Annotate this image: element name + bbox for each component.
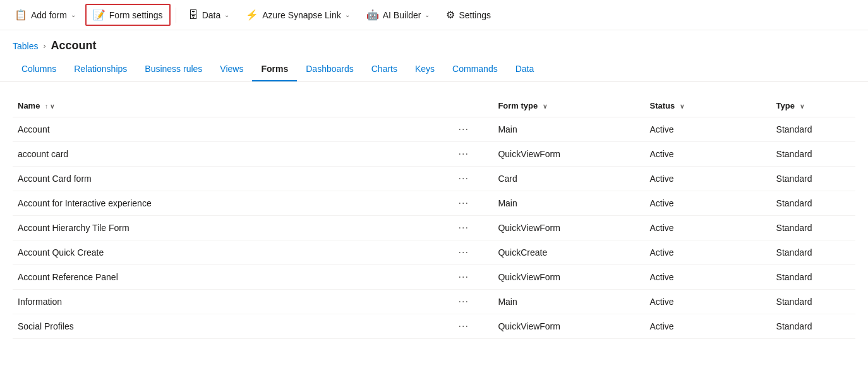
nav-tab-relationships[interactable]: Relationships	[65, 57, 136, 81]
row-menu-dots[interactable]: ···	[459, 296, 469, 307]
cell-type: Standard	[771, 117, 855, 142]
col-header-formtype[interactable]: Form type ∨	[493, 95, 644, 117]
chevron-icon: ⌄	[345, 11, 350, 18]
cell-status: Active	[645, 216, 771, 240]
cell-menu[interactable]: ···	[434, 142, 493, 167]
cell-menu[interactable]: ···	[434, 314, 493, 339]
table-row: Account Card form ··· Card Active Standa…	[13, 167, 855, 191]
nav-tab-charts[interactable]: Charts	[363, 57, 406, 81]
cell-formtype: QuickViewForm	[493, 265, 644, 290]
col-header-name[interactable]: Name ↑ ∨	[13, 95, 434, 117]
data-icon: 🗄	[188, 9, 198, 21]
cell-menu[interactable]: ···	[434, 290, 493, 314]
col-header-menu	[434, 95, 493, 117]
cell-status: Active	[645, 290, 771, 314]
cell-type: Standard	[771, 142, 855, 167]
azure-synapse-button[interactable]: ⚡Azure Synapse Link⌄	[239, 4, 357, 25]
nav-tab-dashboards[interactable]: Dashboards	[297, 57, 363, 81]
form-settings-icon: 📝	[93, 9, 105, 21]
cell-name: Account Reference Panel	[13, 265, 434, 290]
nav-tab-views[interactable]: Views	[211, 57, 252, 81]
cell-type: Standard	[771, 216, 855, 240]
cell-menu[interactable]: ···	[434, 265, 493, 290]
cell-formtype: QuickViewForm	[493, 216, 644, 240]
col-header-type[interactable]: Type ∨	[771, 95, 855, 117]
ai-builder-icon: 🤖	[366, 9, 379, 21]
col-header-status[interactable]: Status ∨	[645, 95, 771, 117]
breadcrumb-separator: ›	[43, 42, 45, 50]
cell-name: Account Hierarchy Tile Form	[13, 216, 434, 240]
cell-status: Active	[645, 314, 771, 339]
cell-type: Standard	[771, 191, 855, 216]
forms-table: Name ↑ ∨ Form type ∨ Status ∨ Type ∨ Acc…	[13, 95, 855, 339]
cell-formtype: Main	[493, 290, 644, 314]
cell-status: Active	[645, 265, 771, 290]
cell-menu[interactable]: ···	[434, 216, 493, 240]
settings-button[interactable]: ⚙Settings	[439, 4, 498, 25]
cell-formtype: QuickViewForm	[493, 314, 644, 339]
row-menu-dots[interactable]: ···	[459, 271, 469, 282]
breadcrumb-current: Account	[51, 39, 96, 52]
table-header-row: Name ↑ ∨ Form type ∨ Status ∨ Type ∨	[13, 95, 855, 117]
cell-menu[interactable]: ···	[434, 191, 493, 216]
add-form-button[interactable]: 📋Add form⌄	[8, 4, 83, 25]
table-row: Account Reference Panel ··· QuickViewFor…	[13, 265, 855, 290]
nav-tab-commands[interactable]: Commands	[443, 57, 507, 81]
form-settings-label: Form settings	[109, 10, 163, 20]
form-settings-button[interactable]: 📝Form settings	[85, 4, 171, 26]
row-menu-dots[interactable]: ···	[459, 321, 469, 331]
cell-status: Active	[645, 191, 771, 216]
row-menu-dots[interactable]: ···	[459, 173, 469, 184]
settings-icon: ⚙	[446, 9, 455, 21]
table-row: Account Hierarchy Tile Form ··· QuickVie…	[13, 216, 855, 240]
nav-tab-forms[interactable]: Forms	[252, 57, 297, 81]
settings-label: Settings	[459, 10, 491, 20]
table-container: Name ↑ ∨ Form type ∨ Status ∨ Type ∨ Acc…	[0, 82, 868, 339]
chevron-icon: ⌄	[425, 11, 430, 18]
row-menu-dots[interactable]: ···	[459, 198, 469, 208]
sort-icons-type: ∨	[800, 103, 804, 110]
cell-type: Standard	[771, 314, 855, 339]
cell-menu[interactable]: ···	[434, 167, 493, 191]
azure-synapse-label: Azure Synapse Link	[262, 10, 341, 20]
table-row: Information ··· Main Active Standard	[13, 290, 855, 314]
cell-name: account card	[13, 142, 434, 167]
cell-name: Account Quick Create	[13, 240, 434, 265]
table-row: Account Quick Create ··· QuickCreate Act…	[13, 240, 855, 265]
row-menu-dots[interactable]: ···	[459, 247, 469, 258]
table-row: Account for Interactive experience ··· M…	[13, 191, 855, 216]
sort-icons-formtype: ∨	[543, 103, 547, 110]
cell-type: Standard	[771, 240, 855, 265]
nav-tab-keys[interactable]: Keys	[406, 57, 443, 81]
cell-name: Information	[13, 290, 434, 314]
cell-type: Standard	[771, 265, 855, 290]
data-button[interactable]: 🗄Data⌄	[181, 5, 237, 25]
nav-tab-business-rules[interactable]: Business rules	[136, 57, 211, 81]
ai-builder-button[interactable]: 🤖AI Builder⌄	[359, 4, 437, 25]
table-row: Account ··· Main Active Standard	[13, 117, 855, 142]
row-menu-dots[interactable]: ···	[459, 222, 469, 233]
azure-synapse-icon: ⚡	[246, 9, 258, 21]
cell-formtype: Card	[493, 167, 644, 191]
cell-menu[interactable]: ···	[434, 117, 493, 142]
cell-formtype: Main	[493, 117, 644, 142]
cell-formtype: QuickCreate	[493, 240, 644, 265]
cell-menu[interactable]: ···	[434, 240, 493, 265]
cell-name: Account	[13, 117, 434, 142]
row-menu-dots[interactable]: ···	[459, 124, 469, 134]
sort-icons-status: ∨	[680, 103, 684, 110]
table-row: Social Profiles ··· QuickViewForm Active…	[13, 314, 855, 339]
breadcrumb-parent-link[interactable]: Tables	[13, 41, 38, 51]
table-body: Account ··· Main Active Standard account…	[13, 117, 855, 339]
breadcrumb: Tables › Account	[0, 30, 868, 57]
cell-formtype: QuickViewForm	[493, 142, 644, 167]
data-label: Data	[202, 10, 221, 20]
toolbar: 📋Add form⌄📝Form settings🗄Data⌄⚡Azure Syn…	[0, 0, 868, 30]
nav-tab-data[interactable]: Data	[507, 57, 543, 81]
nav-tab-columns[interactable]: Columns	[13, 57, 65, 81]
chevron-icon: ⌄	[224, 11, 229, 18]
cell-name: Account Card form	[13, 167, 434, 191]
table-row: account card ··· QuickViewForm Active St…	[13, 142, 855, 167]
cell-name: Social Profiles	[13, 314, 434, 339]
row-menu-dots[interactable]: ···	[459, 148, 469, 159]
